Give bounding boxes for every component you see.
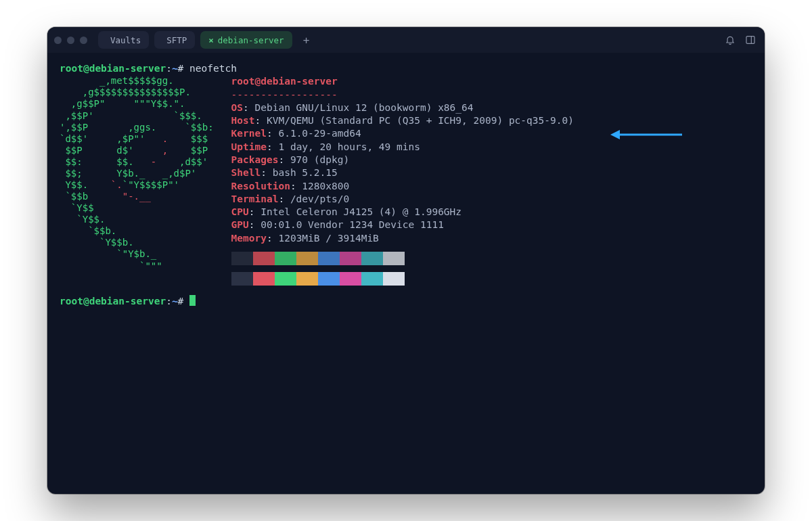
color-swatch <box>383 272 405 286</box>
prompt-line: root@debian-server:~# neofetch <box>60 62 752 75</box>
color-swatch <box>253 252 275 265</box>
color-swatch <box>361 272 383 286</box>
cursor <box>189 295 196 306</box>
svg-marker-5 <box>610 130 620 139</box>
color-swatch <box>296 272 318 286</box>
close-icon[interactable]: × <box>208 35 214 45</box>
color-swatch <box>275 252 296 265</box>
info-userhost: root@debian-server <box>231 76 338 87</box>
info-separator: ------------------ <box>231 89 338 100</box>
tab-sftp[interactable]: SFTP <box>154 31 195 49</box>
color-swatch <box>361 252 383 265</box>
color-swatch <box>318 272 340 286</box>
new-tab-button[interactable]: + <box>298 31 315 49</box>
bell-icon[interactable] <box>723 32 738 47</box>
terminal-body[interactable]: root@debian-server:~# neofetch _,met$$$$… <box>47 53 765 317</box>
prompt-idle: root@debian-server:~# <box>60 295 752 308</box>
window-controls[interactable] <box>54 37 87 44</box>
annotation-arrow <box>609 127 683 145</box>
color-swatch <box>383 252 405 265</box>
color-row-dark <box>231 252 574 265</box>
tab-label: debian-server <box>218 35 284 45</box>
color-swatch <box>318 252 340 265</box>
tab-vaults[interactable]: Vaults <box>98 31 149 49</box>
ascii-logo: _,met$$$$$gg. ,g$$$$$$$$$$$$$$$P. ,g$$P"… <box>60 75 214 271</box>
tab-session[interactable]: × debian-server <box>200 31 292 49</box>
color-swatch <box>231 272 253 286</box>
close-dot[interactable] <box>54 37 62 44</box>
titlebar: Vaults SFTP × debian-server + <box>47 27 765 53</box>
color-row-bright <box>231 272 574 286</box>
color-swatch <box>340 272 361 286</box>
color-swatch <box>340 252 361 265</box>
terminal-window: Vaults SFTP × debian-server + root@debia… <box>47 27 765 494</box>
tab-label: SFTP <box>166 35 187 45</box>
max-dot[interactable] <box>80 37 87 44</box>
panel-icon[interactable] <box>743 32 758 47</box>
min-dot[interactable] <box>67 37 74 44</box>
svg-rect-2 <box>746 37 754 44</box>
color-swatch <box>275 272 296 286</box>
neofetch-info: root@debian-server ------------------ OS… <box>231 75 574 286</box>
color-swatch <box>231 252 253 265</box>
color-swatch <box>253 272 275 286</box>
tab-label: Vaults <box>110 35 141 45</box>
color-swatch <box>296 252 318 265</box>
